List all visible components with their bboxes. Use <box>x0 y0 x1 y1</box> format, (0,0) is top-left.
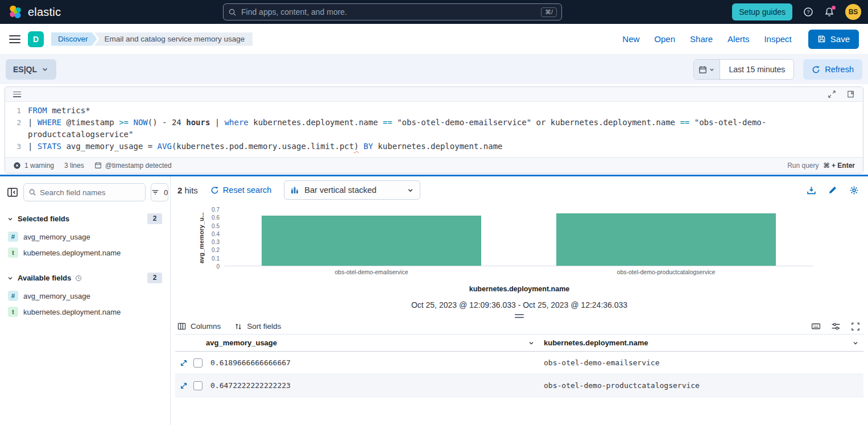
main-area: 0 Selected fields 2 # avg_memory_usage t… <box>0 176 868 425</box>
field-search-input[interactable] <box>40 188 140 197</box>
table-header-row: avg_memory_usage kubernetes.deployment.n… <box>175 335 863 352</box>
esql-mode-button[interactable]: ES|QL <box>6 59 56 80</box>
nav-bar: D Discover Email and catalog service mem… <box>0 24 868 55</box>
chart-time-interval: Oct 25, 2023 @ 12:09:36.033 - Oct 25, 20… <box>175 300 863 310</box>
string-field-icon: t <box>8 307 18 317</box>
share-button[interactable]: Share <box>690 34 713 44</box>
chart-options-gear-icon[interactable] <box>849 185 859 195</box>
field-item-avg-memory-usage[interactable]: # avg_memory_usage <box>7 229 162 245</box>
refresh-button[interactable]: Refresh <box>803 59 862 80</box>
new-button[interactable]: New <box>622 34 639 44</box>
selected-fields-header[interactable]: Selected fields 2 <box>7 213 162 224</box>
chevron-down-icon <box>41 65 49 73</box>
field-item-deployment-name[interactable]: t kubernetes.deployment.name <box>7 304 162 320</box>
query-history-icon[interactable] <box>13 92 21 97</box>
time-range-value[interactable]: Last 15 minutes <box>720 60 793 79</box>
row-checkbox[interactable] <box>193 381 202 390</box>
setup-guides-button[interactable]: Setup guides <box>732 3 792 20</box>
notifications-bell-icon[interactable] <box>824 7 834 17</box>
sort-icon <box>234 323 242 331</box>
expand-row-icon[interactable] <box>180 382 188 390</box>
user-avatar[interactable]: BS <box>845 4 861 20</box>
editor-code[interactable]: 1FROM metrics*2| WHERE @timestamp >= NOW… <box>5 102 863 157</box>
documentation-icon[interactable] <box>846 90 855 98</box>
breadcrumb-saved-search-title[interactable]: Email and catalog service memory usage <box>94 32 253 46</box>
table-toolbar: Columns Sort fields <box>175 319 863 334</box>
field-name: avg_memory_usage <box>23 233 90 241</box>
breadcrumb-discover[interactable]: Discover <box>51 32 97 46</box>
reset-search-button[interactable]: Reset search <box>210 185 271 195</box>
hits-count: 2 hits <box>177 185 198 195</box>
svg-text:?: ? <box>807 9 809 15</box>
sort-fields-button[interactable]: Sort fields <box>234 322 281 331</box>
y-tick-label: 0.6 <box>212 214 220 221</box>
field-type-filter-button[interactable]: 0 <box>151 183 168 201</box>
elastic-logo-icon[interactable] <box>8 5 23 19</box>
field-name: avg_memory_usage <box>23 292 90 300</box>
calendar-icon <box>698 65 707 74</box>
column-header-label: avg_memory_usage <box>206 339 277 347</box>
available-fields-header[interactable]: Available fields 2 <box>7 273 162 283</box>
code-line: 1FROM metrics* <box>5 105 863 117</box>
collapse-sidebar-icon[interactable] <box>7 187 18 198</box>
save-button[interactable]: Save <box>808 30 859 49</box>
column-header-deployment-name[interactable]: kubernetes.deployment.name <box>539 335 863 351</box>
y-axis-label: avg_memory_u... <box>197 209 206 266</box>
y-tick-label: 0.3 <box>212 239 220 245</box>
display-options-icon[interactable] <box>831 321 841 331</box>
sort-fields-label: Sort fields <box>247 322 281 331</box>
global-search[interactable]: ⌘/ <box>223 3 562 20</box>
save-visualization-icon[interactable] <box>807 185 816 195</box>
x-category-label: obs-otel-demo-emailservice <box>224 269 519 275</box>
field-item-deployment-name[interactable]: t kubernetes.deployment.name <box>7 245 162 261</box>
date-picker: Last 15 minutes <box>693 59 794 80</box>
field-item-avg-memory-usage[interactable]: # avg_memory_usage <box>7 288 162 304</box>
run-query-shortcut: ⌘ + Enter <box>824 162 855 170</box>
space-avatar[interactable]: D <box>28 31 44 47</box>
edit-visualization-icon[interactable] <box>828 185 837 195</box>
kibana-discover-app: elastic ⌘/ Setup guides ? BS D <box>0 0 868 425</box>
bar-obs-otel-demo-productcatalogservice[interactable] <box>556 213 776 266</box>
field-search[interactable] <box>23 183 146 201</box>
reset-search-label: Reset search <box>223 185 271 195</box>
selected-fields-list: # avg_memory_usage t kubernetes.deployme… <box>7 229 162 261</box>
search-shortcut-badge: ⌘/ <box>541 7 557 17</box>
y-tick-label: 0.5 <box>212 222 220 229</box>
field-name: kubernetes.deployment.name <box>23 249 121 257</box>
expand-row-icon[interactable] <box>180 359 188 367</box>
plot-area <box>224 209 813 266</box>
esql-mode-label: ES|QL <box>13 65 37 74</box>
inspect-button[interactable]: Inspect <box>764 34 791 44</box>
bar-chart: avg_memory_u... 00.10.20.30.40.50.60.7 o… <box>197 209 813 275</box>
chart-type-value: Bar vertical stacked <box>304 185 377 195</box>
row-checkbox[interactable] <box>193 358 202 368</box>
global-search-input[interactable] <box>241 7 536 16</box>
columns-icon <box>177 322 186 331</box>
date-quick-select-button[interactable] <box>694 60 720 79</box>
help-icon[interactable]: ? <box>803 7 813 17</box>
chart-type-select[interactable]: Bar vertical stacked <box>284 180 420 200</box>
open-button[interactable]: Open <box>654 34 675 44</box>
expand-editor-icon[interactable] <box>828 90 836 98</box>
chart-resize-handle[interactable] <box>515 314 524 318</box>
warning-count[interactable]: 1 warning <box>24 162 54 170</box>
column-header-label: kubernetes.deployment.name <box>544 339 648 347</box>
warning-icon <box>13 162 21 170</box>
keyboard-shortcuts-icon[interactable] <box>811 321 821 331</box>
column-header-avg-memory-usage[interactable]: avg_memory_usage <box>175 335 539 351</box>
columns-button[interactable]: Columns <box>177 322 221 331</box>
filter-icon <box>151 188 159 196</box>
chevron-down-icon <box>7 216 14 222</box>
clock-icon <box>75 275 82 282</box>
available-fields-count: 2 <box>147 273 162 283</box>
global-header: elastic ⌘/ Setup guides ? BS <box>0 0 868 24</box>
bar-obs-otel-demo-emailservice[interactable] <box>262 216 481 266</box>
main-menu-icon[interactable] <box>9 35 20 43</box>
cell-avg-memory-usage: 0.6472222222222223 <box>210 381 291 390</box>
x-category-label: obs-otel-demo-productcatalogservice <box>519 269 813 275</box>
fullscreen-icon[interactable] <box>851 322 860 331</box>
alerts-button[interactable]: Alerts <box>728 34 749 44</box>
cell-avg-memory-usage: 0.6189666666666667 <box>210 358 291 367</box>
run-query-label[interactable]: Run query <box>787 162 819 170</box>
search-icon <box>28 188 36 196</box>
